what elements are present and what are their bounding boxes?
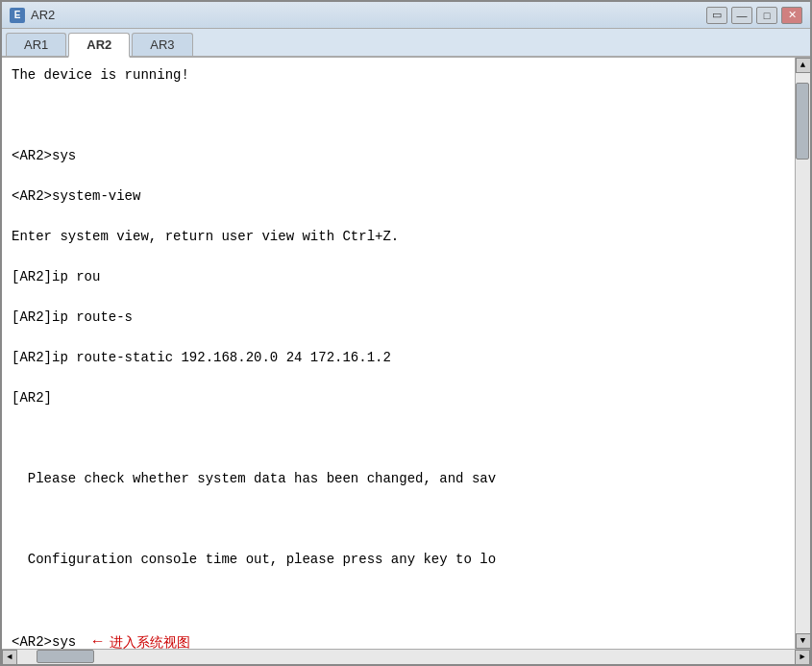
terminal-line: Please check whether system data has bee… — [12, 469, 785, 489]
horizontal-scrollbar[interactable]: ◄ ► — [2, 649, 810, 664]
close-button[interactable]: ✕ — [781, 7, 802, 24]
terminal-line — [12, 429, 785, 449]
content-area: The device is running! <AR2>sys <AR2>sys… — [2, 58, 810, 649]
window-title: AR2 — [31, 8, 706, 22]
tab-AR1[interactable]: AR1 — [6, 33, 66, 56]
arrow-icon: ← — [84, 630, 102, 649]
vertical-scrollbar[interactable]: ▲ ▼ — [795, 58, 810, 649]
app-icon: E — [10, 8, 25, 23]
terminal-line — [12, 509, 785, 530]
tab-bar: AR1 AR2 AR3 — [2, 29, 810, 58]
terminal-line: The device is running! — [12, 65, 785, 86]
tab-AR2[interactable]: AR2 — [68, 33, 130, 58]
scroll-down-button[interactable]: ▼ — [796, 633, 811, 649]
terminal-line: [AR2]ip route-static 192.168.20.0 24 172… — [12, 348, 785, 368]
terminal-line: [AR2]ip rou — [12, 267, 785, 287]
terminal-line-annotated1: <AR2>sys ←进入系统视图 — [12, 630, 785, 649]
scroll-thumb[interactable] — [796, 83, 809, 160]
annotation-label-1: 进入系统视图 — [110, 632, 190, 650]
terminal-line — [12, 106, 785, 126]
title-bar: E AR2 ▭ — □ ✕ — [2, 2, 810, 29]
scroll-left-button[interactable]: ◄ — [2, 650, 17, 665]
terminal-output[interactable]: The device is running! <AR2>sys <AR2>sys… — [2, 58, 795, 649]
main-window: E AR2 ▭ — □ ✕ AR1 AR2 AR3 The device is … — [0, 0, 812, 666]
scroll-track[interactable] — [796, 73, 810, 633]
window-controls: ▭ — □ ✕ — [706, 7, 802, 24]
terminal-line: <AR2>system-view — [12, 186, 785, 207]
hscroll-thumb[interactable] — [37, 650, 94, 663]
terminal-text: <AR2>sys — [12, 632, 76, 650]
maximize-button[interactable]: □ — [756, 7, 777, 24]
tab-AR3[interactable]: AR3 — [132, 33, 192, 56]
restore-button[interactable]: ▭ — [706, 7, 727, 24]
terminal-line — [12, 590, 785, 610]
scroll-right-button[interactable]: ► — [795, 650, 810, 665]
terminal-line: [AR2] — [12, 388, 785, 408]
terminal-line: Enter system view, return user view with… — [12, 227, 785, 247]
terminal-line: <AR2>sys — [12, 146, 785, 166]
minimize-button[interactable]: — — [731, 7, 752, 24]
terminal-line: [AR2]ip route-s — [12, 308, 785, 328]
terminal-line: Configuration console time out, please p… — [12, 550, 785, 570]
hscroll-track[interactable] — [17, 650, 795, 664]
scroll-up-button[interactable]: ▲ — [796, 58, 811, 73]
